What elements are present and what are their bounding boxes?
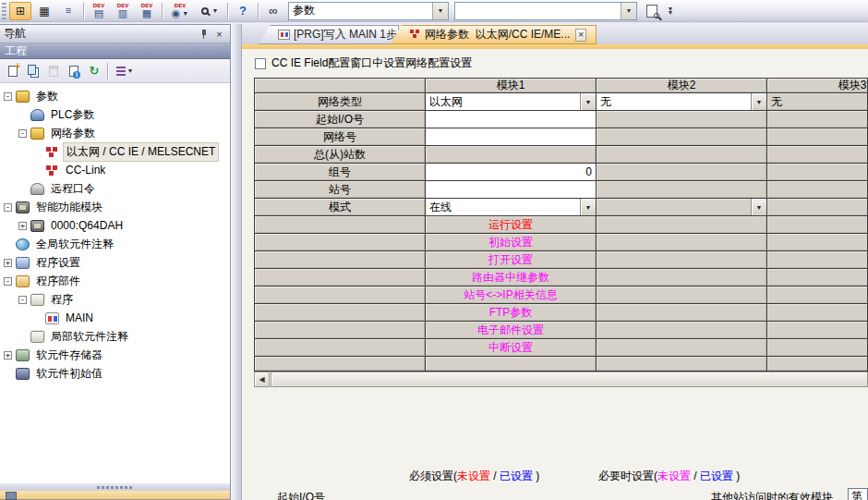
settings-link[interactable]: 路由器中继参数 bbox=[426, 269, 597, 287]
cell-disabled bbox=[597, 216, 767, 234]
cell-combo[interactable]: 以太网▼ bbox=[426, 93, 597, 111]
settings-link[interactable]: 运行设置 bbox=[426, 216, 597, 234]
settings-link[interactable]: 中断设置 bbox=[426, 339, 597, 357]
navigation-window-toggle-button[interactable]: ⊞ bbox=[9, 2, 31, 20]
close-icon[interactable]: × bbox=[212, 28, 226, 41]
find-in-document-button[interactable] bbox=[641, 2, 663, 20]
copy-button[interactable] bbox=[23, 62, 43, 80]
device-test-button[interactable]: ▼ bbox=[196, 2, 223, 20]
device-display-button[interactable]: DEV◉▼ bbox=[166, 2, 194, 20]
find-keyword-combo[interactable]: 参数 ▼ bbox=[288, 2, 449, 20]
toolbar-grip[interactable] bbox=[2, 3, 6, 19]
collapse-icon[interactable]: - bbox=[18, 129, 27, 138]
settings-link[interactable]: 初始设置 bbox=[426, 234, 597, 251]
tree-item[interactable]: -智能功能模块 bbox=[0, 198, 230, 216]
tree-item[interactable]: 软元件初始值 bbox=[0, 364, 230, 383]
remote-icon bbox=[30, 183, 44, 195]
tree-connector bbox=[33, 148, 42, 156]
cell-disabled bbox=[597, 251, 767, 269]
tree-item[interactable]: CC-Link bbox=[0, 161, 230, 179]
cc-ie-field-checkbox[interactable] bbox=[255, 58, 266, 69]
cell-input[interactable] bbox=[426, 111, 597, 128]
settings-link[interactable]: FTP参数 bbox=[426, 304, 597, 322]
cell-disabled bbox=[767, 164, 868, 181]
combo-dropdown-icon[interactable]: ▼ bbox=[580, 199, 596, 215]
combo-dropdown-icon[interactable]: ▼ bbox=[751, 93, 766, 110]
tree-item[interactable]: -网络参数 bbox=[0, 124, 230, 142]
expand-icon[interactable]: + bbox=[4, 351, 12, 360]
scroll-left-arrow-icon[interactable]: ◀ bbox=[254, 372, 270, 387]
row-label-cell: 组号 bbox=[255, 164, 426, 181]
collapse-icon[interactable]: - bbox=[18, 296, 27, 304]
combo-value: 以太网 bbox=[426, 94, 580, 110]
item-info-button[interactable] bbox=[64, 62, 84, 80]
toolbar-overflow-button[interactable]: ▼▼ bbox=[664, 2, 677, 20]
cell-input[interactable]: 0 bbox=[426, 164, 597, 181]
settings-link-label: FTP参数 bbox=[489, 305, 533, 321]
cell-disabled bbox=[767, 357, 868, 371]
tree-connector bbox=[18, 185, 27, 193]
tree-item[interactable]: +程序设置 bbox=[0, 253, 230, 272]
column-header-empty bbox=[255, 79, 426, 93]
settings-link[interactable]: 电子邮件设置 bbox=[426, 322, 597, 339]
scroll-thumb[interactable] bbox=[271, 372, 868, 387]
settings-link[interactable]: 站号<->IP相关信息 bbox=[426, 287, 597, 304]
expand-icon[interactable]: + bbox=[18, 222, 27, 230]
device-register-monitor-button[interactable]: DEV▦ bbox=[136, 2, 158, 20]
help-button[interactable]: ? bbox=[232, 2, 254, 20]
combo-dropdown-icon[interactable]: ▼ bbox=[621, 3, 636, 19]
pin-icon[interactable] bbox=[197, 28, 211, 41]
tree-item[interactable]: MAIN bbox=[0, 309, 230, 327]
cell-input[interactable] bbox=[426, 128, 597, 146]
cell-input[interactable] bbox=[426, 181, 597, 199]
combo-dropdown-icon[interactable]: ▼ bbox=[580, 93, 596, 110]
column-header: 模块1 bbox=[426, 79, 597, 93]
collapse-icon[interactable]: - bbox=[4, 277, 12, 286]
cell-disabled bbox=[767, 287, 868, 304]
tree-item[interactable]: -参数 bbox=[0, 87, 230, 105]
vertical-splitter[interactable] bbox=[231, 24, 242, 500]
tree-item[interactable]: +软元件存储器 bbox=[0, 346, 230, 364]
settings-link[interactable]: 打开设置 bbox=[426, 251, 597, 269]
h-scrollbar[interactable]: ◀ bbox=[254, 372, 868, 387]
list-view-button[interactable]: ≡ bbox=[57, 2, 79, 20]
combo-dropdown-icon[interactable]: ▼ bbox=[432, 3, 448, 19]
refresh-button[interactable]: ↻ bbox=[84, 62, 104, 80]
sort-filter-button[interactable]: ▼ bbox=[111, 62, 139, 80]
cell-disabled bbox=[597, 322, 767, 339]
project-header: 工程 bbox=[0, 43, 230, 59]
tree-item[interactable]: 局部软元件注释 bbox=[0, 327, 230, 346]
tree-connector bbox=[33, 314, 42, 323]
tab-prg-write-main[interactable]: [PRG]写入 MAIN 1步 bbox=[259, 25, 399, 44]
tree-item[interactable]: 远程口令 bbox=[0, 179, 230, 198]
cell-combo[interactable]: 在线▼ bbox=[426, 199, 597, 216]
device-find-button[interactable]: DEV▤ bbox=[88, 2, 110, 20]
tree-item[interactable]: 全局软元件注释 bbox=[0, 235, 230, 253]
paste-button[interactable] bbox=[43, 62, 64, 80]
selection-panel-strip[interactable] bbox=[0, 491, 230, 499]
panel-splitter-handle[interactable] bbox=[0, 483, 230, 491]
combo-value: 在线 bbox=[426, 200, 580, 215]
find-target-combo[interactable]: ▼ bbox=[454, 2, 637, 20]
collapse-icon[interactable]: - bbox=[4, 203, 12, 212]
collapse-icon[interactable]: - bbox=[4, 92, 12, 101]
find-button[interactable]: ∞ bbox=[262, 2, 284, 20]
tree-item[interactable]: -程序 bbox=[0, 290, 230, 309]
valid-module-combo[interactable]: 第 bbox=[848, 488, 868, 500]
cell-combo[interactable]: 无▼ bbox=[597, 93, 767, 111]
tab-network-parameter[interactable]: 网络参数 以太网/CC IE/ME... × bbox=[390, 25, 597, 44]
tree-item[interactable]: +0000:Q64DAH bbox=[0, 216, 230, 235]
combo-dropdown-icon[interactable]: ▼ bbox=[751, 199, 766, 215]
settings-link-label: 打开设置 bbox=[488, 252, 533, 268]
magnifier-icon bbox=[201, 7, 209, 15]
new-item-button[interactable] bbox=[3, 62, 23, 80]
tree-item[interactable]: -程序部件 bbox=[0, 272, 230, 290]
expand-icon[interactable]: + bbox=[4, 259, 12, 267]
tab-close-icon[interactable]: × bbox=[575, 29, 586, 42]
tree-item[interactable]: PLC参数 bbox=[0, 105, 230, 124]
module-configuration-button[interactable]: ▦ bbox=[33, 2, 55, 20]
device-batch-monitor-button[interactable]: DEV▥ bbox=[112, 2, 134, 20]
tree-item-label: 0000:Q64DAH bbox=[48, 218, 126, 233]
tree-item[interactable]: 以太网 / CC IE / MELSECNET bbox=[0, 142, 230, 161]
tree-item-label: 软元件初始值 bbox=[33, 365, 105, 383]
